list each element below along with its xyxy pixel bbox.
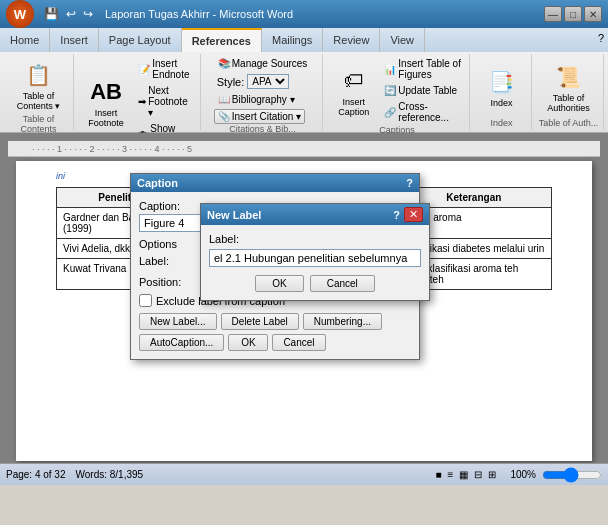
- ribbon-group-toc: 📋 Table ofContents ▾ Table of Contents: [4, 54, 74, 130]
- cross-ref-ini: ini: [56, 171, 65, 181]
- exclude-checkbox[interactable]: [139, 294, 152, 307]
- new-label-close-button[interactable]: ✕: [404, 207, 423, 222]
- new-label-titlebar: New Label ? ✕: [201, 204, 429, 225]
- citations-group-content: 📚 Manage Sources Style: APA 📖 Bibliograp…: [214, 56, 312, 124]
- tab-view[interactable]: View: [380, 28, 425, 52]
- new-label-button[interactable]: New Label...: [139, 313, 217, 330]
- ribbon-group-captions: 🏷 Insert Caption 📊 Insert Table of Figur…: [325, 54, 470, 130]
- insert-table-figures-button[interactable]: 📊 Insert Table of Figures: [380, 56, 465, 82]
- cross-reference-button[interactable]: 🔗 Cross-reference...: [380, 99, 465, 125]
- tab-home[interactable]: Home: [0, 28, 50, 52]
- captions-small-btns: 📊 Insert Table of Figures 🔄 Update Table…: [380, 56, 465, 125]
- index-button[interactable]: 📑 Index: [481, 63, 523, 111]
- toc-icon: 📋: [23, 59, 55, 91]
- caption-ok-row: AutoCaption... OK Cancel: [139, 334, 411, 351]
- caption-dialog-question: ?: [406, 177, 413, 189]
- caption-icon: 🏷: [338, 65, 370, 97]
- view-normal-icon[interactable]: ■: [436, 469, 442, 480]
- index-group-label: Index: [490, 118, 512, 128]
- nl-label-text: Label:: [209, 233, 421, 245]
- ribbon-group-footnotes: AB Insert Footnote 📝 Insert Endnote ➡ Ne…: [76, 54, 201, 130]
- insert-caption-label: Insert Caption: [334, 97, 373, 117]
- insert-endnote-button[interactable]: 📝 Insert Endnote: [134, 56, 196, 82]
- insert-footnote-label: Insert Footnote: [85, 108, 127, 128]
- toc-label: Table ofContents ▾: [17, 91, 61, 111]
- table-authorities-button[interactable]: 📜 Table ofAuthorities: [542, 58, 595, 116]
- authorities-icon: 📜: [553, 61, 585, 93]
- table-figures-label: Insert Table of Figures: [398, 58, 461, 80]
- caption-btn-row: New Label... Delete Label Numbering...: [139, 313, 411, 330]
- view-outline-icon[interactable]: ⊟: [474, 469, 482, 480]
- index-label: Index: [490, 98, 512, 108]
- tab-review[interactable]: Review: [323, 28, 380, 52]
- status-right: ■ ≡ ▦ ⊟ ⊞ 100%: [436, 469, 602, 481]
- tab-references[interactable]: References: [182, 28, 262, 52]
- zoom-level: 100%: [510, 469, 536, 480]
- cross-ref-icon: 🔗: [384, 107, 396, 118]
- insert-caption-button[interactable]: 🏷 Insert Caption: [329, 62, 378, 120]
- update-table-label: Update Table: [398, 85, 457, 96]
- insert-footnote-button[interactable]: AB Insert Footnote: [80, 73, 132, 131]
- ribbon-help-icon[interactable]: ?: [594, 28, 608, 52]
- bibliography-button[interactable]: 📖 Bibliography ▾: [214, 92, 299, 107]
- new-label-cancel-button[interactable]: Cancel: [310, 275, 375, 292]
- new-label-ok-button[interactable]: OK: [255, 275, 303, 292]
- new-label-question: ?: [393, 209, 400, 221]
- ribbon-group-citations: 📚 Manage Sources Style: APA 📖 Bibliograp…: [203, 54, 323, 130]
- close-button[interactable]: ✕: [584, 6, 602, 22]
- insert-citation-button[interactable]: 📎 Insert Citation ▾: [214, 109, 305, 124]
- insert-citation-label: Insert Citation ▾: [232, 111, 301, 122]
- new-label-dialog: New Label ? ✕ Label: OK Cancel: [200, 203, 430, 301]
- ribbon-tab-bar: Home Insert Page Layout References Maili…: [0, 28, 608, 52]
- authorities-group-content: 📜 Table ofAuthorities: [542, 56, 595, 118]
- style-row: Style: APA: [214, 73, 293, 90]
- manage-sources-icon: 📚: [218, 58, 230, 69]
- tab-page-layout[interactable]: Page Layout: [99, 28, 182, 52]
- next-footnote-button[interactable]: ➡ Next Footnote ▾: [134, 83, 196, 120]
- numbering-button[interactable]: Numbering...: [303, 313, 382, 330]
- autocaption-button[interactable]: AutoCaption...: [139, 334, 224, 351]
- view-web-icon[interactable]: ▦: [459, 469, 468, 480]
- title-bar: W 💾 ↩ ↪ Laporan Tugas Akhirr - Microsoft…: [0, 0, 608, 28]
- tab-insert[interactable]: Insert: [50, 28, 99, 52]
- page-info: Page: 4 of 32: [6, 469, 66, 480]
- caption-cancel-button[interactable]: Cancel: [272, 334, 325, 351]
- view-draft-icon[interactable]: ⊞: [488, 469, 496, 480]
- new-label-title: New Label: [207, 209, 261, 221]
- new-label-input[interactable]: [209, 249, 421, 267]
- caption-dialog-title: Caption: [137, 177, 178, 189]
- new-label-body: Label: OK Cancel: [201, 225, 429, 300]
- index-group-content: 📑 Index: [481, 56, 523, 118]
- style-label: Style:: [217, 76, 245, 88]
- authorities-label: Table ofAuthorities: [547, 93, 590, 113]
- manage-sources-button[interactable]: 📚 Manage Sources: [214, 56, 312, 71]
- captions-group-content: 🏷 Insert Caption 📊 Insert Table of Figur…: [329, 56, 465, 125]
- style-select[interactable]: APA: [247, 74, 289, 89]
- ruler: · · · · · 1 · · · · · 2 · · · · · 3 · · …: [8, 141, 600, 157]
- view-full-icon[interactable]: ≡: [448, 469, 454, 480]
- toc-group-content: 📋 Table ofContents ▾: [12, 56, 66, 114]
- label-label-text: Label:: [139, 255, 194, 267]
- update-table-button[interactable]: 🔄 Update Table: [380, 83, 465, 98]
- office-button[interactable]: W: [6, 0, 34, 28]
- minimize-button[interactable]: —: [544, 6, 562, 22]
- footnote-icon: AB: [90, 76, 122, 108]
- delete-label-button[interactable]: Delete Label: [221, 313, 299, 330]
- caption-dialog-titlebar: Caption ?: [131, 174, 419, 192]
- insert-citation-icon: 📎: [218, 111, 230, 122]
- quick-undo-icon[interactable]: ↩: [64, 5, 78, 23]
- ribbon: Home Insert Page Layout References Maili…: [0, 28, 608, 133]
- status-bar: Page: 4 of 32 Words: 8/1,395 ■ ≡ ▦ ⊟ ⊞ 1…: [0, 463, 608, 485]
- tab-mailings[interactable]: Mailings: [262, 28, 323, 52]
- zoom-slider[interactable]: [542, 469, 602, 481]
- cross-ref-label: Cross-reference...: [398, 101, 461, 123]
- update-table-icon: 🔄: [384, 85, 396, 96]
- caption-ok-button[interactable]: OK: [228, 334, 268, 351]
- ribbon-content-area: 📋 Table ofContents ▾ Table of Contents A…: [0, 52, 608, 132]
- title-bar-left: W 💾 ↩ ↪ Laporan Tugas Akhirr - Microsoft…: [6, 0, 293, 28]
- bibliography-label: Bibliography ▾: [232, 94, 295, 105]
- quick-save-icon[interactable]: 💾: [42, 5, 61, 23]
- quick-redo-icon[interactable]: ↪: [81, 5, 95, 23]
- table-of-contents-button[interactable]: 📋 Table ofContents ▾: [12, 56, 66, 114]
- maximize-button[interactable]: □: [564, 6, 582, 22]
